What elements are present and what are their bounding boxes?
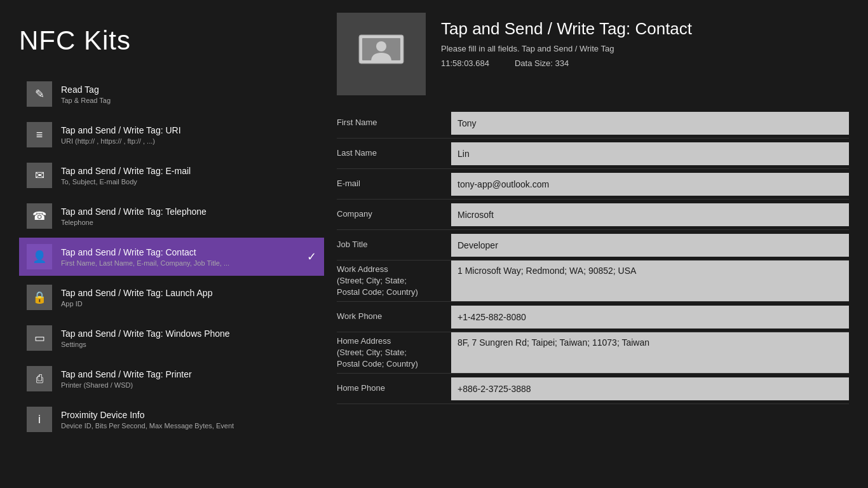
nav-list: ✎Read TagTap & Read Tag≡Tap and Send / W…: [19, 75, 324, 438]
form-input-4[interactable]: [451, 234, 849, 257]
form-label-6: Work Phone: [337, 311, 451, 322]
sidebar: NFC Kits ✎Read TagTap & Read Tag≡Tap and…: [0, 0, 324, 488]
write-email-icon: ✉: [27, 163, 52, 188]
nav-subtitle-write-telephone: Telephone: [61, 219, 207, 226]
form-area: First NameLast NameE-mailCompanyJob Titl…: [337, 108, 849, 404]
form-input-3[interactable]: [451, 203, 849, 226]
form-row-6: Work Phone: [337, 302, 849, 332]
header-meta: 11:58:03.684 Data Size: 334: [441, 58, 692, 68]
form-input-1[interactable]: [451, 142, 849, 165]
header-title: Tap and Send / Write Tag: Contact: [441, 19, 692, 39]
form-input-6[interactable]: [451, 306, 849, 329]
nav-title-write-contact: Tap and Send / Write Tag: Contact: [61, 247, 229, 258]
nav-subtitle-write-email: To, Subject, E-mail Body: [61, 178, 191, 186]
form-label-8: Home Phone: [337, 383, 451, 394]
form-row-3: Company: [337, 200, 849, 230]
form-label-7: Home Address (Street; City; State; Posta…: [337, 336, 451, 370]
sidebar-item-launch-app[interactable]: 🔒Tap and Send / Write Tag: Launch AppApp…: [19, 278, 324, 316]
header-time: 11:58:03.684: [441, 58, 489, 68]
sidebar-item-write-email[interactable]: ✉Tap and Send / Write Tag: E-mailTo, Sub…: [19, 156, 324, 194]
form-label-2: E-mail: [337, 178, 451, 189]
app-title: NFC Kits: [19, 25, 324, 56]
form-label-3: Company: [337, 208, 451, 220]
contact-icon-box: [337, 13, 426, 95]
form-row-1: Last Name: [337, 139, 849, 169]
sidebar-item-proximity[interactable]: iProximity Device InfoDevice ID, Bits Pe…: [19, 400, 324, 438]
nav-title-read-tag: Read Tag: [61, 84, 111, 95]
write-telephone-icon: ☎: [27, 203, 52, 229]
main-content: Tap and Send / Write Tag: Contact Please…: [324, 0, 868, 488]
nav-title-write-email: Tap and Send / Write Tag: E-mail: [61, 165, 191, 177]
active-check-icon: ✓: [307, 250, 316, 264]
sidebar-item-read-tag[interactable]: ✎Read TagTap & Read Tag: [19, 75, 324, 113]
write-uri-icon: ≡: [27, 122, 52, 147]
svg-point-2: [376, 41, 386, 51]
nav-subtitle-printer: Printer (Shared / WSD): [61, 381, 192, 389]
form-row-7: Home Address (Street; City; State; Posta…: [337, 332, 849, 374]
windows-phone-icon: ▭: [27, 325, 52, 351]
nav-subtitle-write-uri: URI (http:// , https:// , ftp:// , ...): [61, 137, 181, 145]
nav-subtitle-write-contact: First Name, Last Name, E-mail, Company, …: [61, 259, 229, 267]
form-input-2[interactable]: [451, 173, 849, 196]
sidebar-item-printer[interactable]: ⎙Tap and Send / Write Tag: PrinterPrinte…: [19, 360, 324, 398]
printer-icon: ⎙: [27, 366, 52, 391]
form-label-5: Work Address (Street; City; State; Posta…: [337, 264, 451, 299]
form-input-0[interactable]: [451, 112, 849, 135]
nav-title-windows-phone: Tap and Send / Write Tag: Windows Phone: [61, 328, 230, 339]
form-row-0: First Name: [337, 108, 849, 139]
nav-title-write-telephone: Tap and Send / Write Tag: Telephone: [61, 206, 207, 217]
form-input-8[interactable]: [451, 377, 849, 400]
form-row-8: Home Phone: [337, 374, 849, 404]
form-label-0: First Name: [337, 117, 451, 128]
proximity-icon: i: [27, 407, 52, 432]
form-row-4: Job Title: [337, 230, 849, 261]
write-contact-icon: 👤: [27, 244, 52, 269]
nav-title-proximity: Proximity Device Info: [61, 409, 234, 421]
form-row-2: E-mail: [337, 169, 849, 200]
sidebar-item-write-contact[interactable]: 👤Tap and Send / Write Tag: ContactFirst …: [19, 238, 324, 276]
nav-title-write-uri: Tap and Send / Write Tag: URI: [61, 125, 181, 136]
form-label-1: Last Name: [337, 147, 451, 159]
contact-icon: [356, 29, 407, 79]
form-row-5: Work Address (Street; City; State; Posta…: [337, 261, 849, 302]
form-label-4: Job Title: [337, 239, 451, 250]
sidebar-item-windows-phone[interactable]: ▭Tap and Send / Write Tag: Windows Phone…: [19, 319, 324, 357]
nav-title-launch-app: Tap and Send / Write Tag: Launch App: [61, 287, 212, 299]
header-data-size: Data Size: 334: [515, 58, 569, 68]
sidebar-item-write-uri[interactable]: ≡Tap and Send / Write Tag: URIURI (http:…: [19, 116, 324, 154]
launch-app-icon: 🔒: [27, 285, 52, 310]
read-tag-icon: ✎: [27, 81, 52, 107]
nav-title-printer: Tap and Send / Write Tag: Printer: [61, 369, 192, 380]
content-header: Tap and Send / Write Tag: Contact Please…: [337, 13, 849, 95]
header-info: Tap and Send / Write Tag: Contact Please…: [441, 13, 692, 68]
header-subtitle: Please fill in all fields. Tap and Send …: [441, 44, 692, 53]
form-input-5[interactable]: [451, 261, 849, 301]
nav-subtitle-proximity: Device ID, Bits Per Second, Max Message …: [61, 422, 234, 430]
nav-subtitle-launch-app: App ID: [61, 300, 212, 308]
sidebar-item-write-telephone[interactable]: ☎Tap and Send / Write Tag: TelephoneTele…: [19, 197, 324, 235]
nav-subtitle-read-tag: Tap & Read Tag: [61, 97, 111, 104]
form-input-7[interactable]: [451, 332, 849, 373]
nav-subtitle-windows-phone: Settings: [61, 341, 230, 348]
